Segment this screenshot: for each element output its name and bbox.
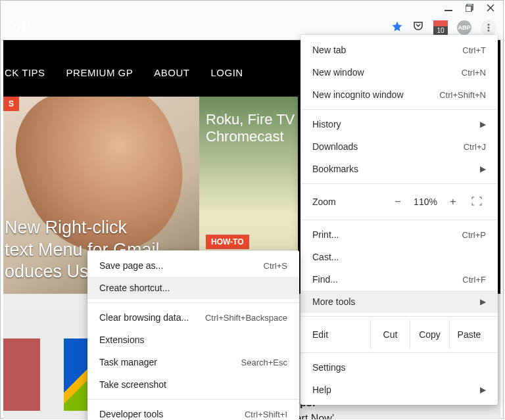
nav-link[interactable]: PREMIUM GP xyxy=(66,67,133,78)
menu-item-find[interactable]: Find...Ctrl+F xyxy=(301,268,498,291)
chevron-right-icon: ▶ xyxy=(480,164,486,174)
thumbnail[interactable] xyxy=(3,338,40,411)
extension-calendar-icon[interactable]: 10 xyxy=(433,20,448,35)
fullscreen-icon[interactable] xyxy=(465,197,489,208)
site-logo: gP xyxy=(12,17,51,37)
submenu-task-manager[interactable]: Task managerSearch+Esc xyxy=(87,351,299,373)
submenu-take-screenshot[interactable]: Take screenshot xyxy=(87,373,299,396)
menu-item-bookmarks[interactable]: Bookmarks▶ xyxy=(301,158,498,180)
zoom-value: 110% xyxy=(410,197,441,207)
svg-rect-0 xyxy=(445,10,452,11)
svg-point-5 xyxy=(487,23,489,25)
chevron-right-icon: ▶ xyxy=(480,385,486,394)
menu-item-settings[interactable]: Settings xyxy=(301,356,498,379)
chevron-right-icon: ▶ xyxy=(480,297,486,306)
svg-rect-2 xyxy=(466,6,471,12)
nav-link[interactable]: CK TIPS xyxy=(5,67,45,78)
edit-copy-button[interactable]: Copy xyxy=(410,320,449,349)
submenu-developer-tools[interactable]: Developer toolsCtrl+Shift+I xyxy=(87,403,299,420)
chrome-main-menu: New tabCtrl+T New windowCtrl+N New incog… xyxy=(301,35,498,405)
bookmark-star-icon[interactable] xyxy=(391,20,403,34)
chrome-menu-button[interactable] xyxy=(481,20,496,35)
extension-badge-count: 10 xyxy=(433,26,448,35)
hero-side-upper-title: Roku, Fire TVChromecast xyxy=(206,111,295,146)
nav-link[interactable]: LOGIN xyxy=(210,67,243,78)
abp-extension-icon[interactable]: ABP xyxy=(457,20,471,35)
menu-zoom-row: Zoom − 110% + xyxy=(301,187,498,216)
menu-item-cast[interactable]: Cast... xyxy=(301,246,498,268)
chevron-right-icon: ▶ xyxy=(480,120,486,129)
zoom-label: Zoom xyxy=(310,197,386,207)
edit-paste-button[interactable]: Paste xyxy=(449,320,489,349)
category-tag: S xyxy=(3,97,19,111)
window-restore-button[interactable] xyxy=(465,3,474,12)
pocket-icon[interactable] xyxy=(412,20,424,34)
menu-item-help[interactable]: Help▶ xyxy=(301,379,498,401)
toolbar-left: gP xyxy=(16,18,51,37)
menu-item-more-tools[interactable]: More tools▶ xyxy=(301,291,498,313)
svg-point-6 xyxy=(487,26,489,28)
zoom-in-button[interactable]: + xyxy=(441,196,465,208)
submenu-create-shortcut[interactable]: Create shortcut... xyxy=(87,277,299,299)
window-close-button[interactable] xyxy=(486,3,495,12)
menu-edit-row: Edit Cut Copy Paste xyxy=(301,320,498,349)
more-tools-submenu: Save page as...Ctrl+S Create shortcut...… xyxy=(87,250,299,420)
submenu-save-page[interactable]: Save page as...Ctrl+S xyxy=(87,254,299,277)
submenu-clear-browsing[interactable]: Clear browsing data...Ctrl+Shift+Backspa… xyxy=(87,306,299,329)
menu-item-incognito[interactable]: New incognito windowCtrl+Shift+N xyxy=(301,83,498,106)
category-tag: HOW-TO xyxy=(206,235,249,249)
edit-label: Edit xyxy=(310,329,370,340)
menu-item-new-tab[interactable]: New tabCtrl+T xyxy=(301,39,498,61)
window-titlebar xyxy=(1,1,503,15)
edit-cut-button[interactable]: Cut xyxy=(370,320,410,349)
submenu-extensions[interactable]: Extensions xyxy=(87,329,299,351)
nav-link[interactable]: ABOUT xyxy=(154,67,189,78)
toolbar-actions: 10 ABP xyxy=(391,20,496,35)
zoom-out-button[interactable]: − xyxy=(386,196,410,208)
window-minimize-button[interactable] xyxy=(444,3,453,12)
menu-item-downloads[interactable]: DownloadsCtrl+J xyxy=(301,135,498,158)
svg-point-7 xyxy=(487,29,489,31)
browser-window: gP 10 ABP CK TIPS PREMIUM GP xyxy=(0,0,504,419)
menu-item-history[interactable]: History▶ xyxy=(301,113,498,135)
menu-item-print[interactable]: Print...Ctrl+P xyxy=(301,223,498,246)
menu-item-new-window[interactable]: New windowCtrl+N xyxy=(301,61,498,83)
